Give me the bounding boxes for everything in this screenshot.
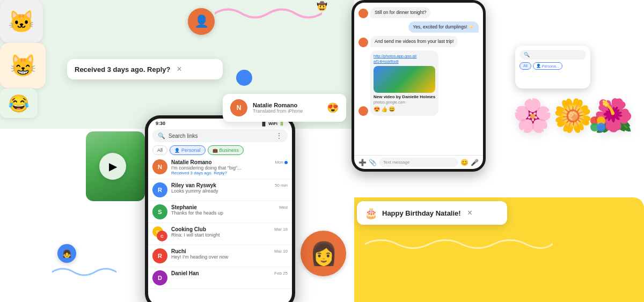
small-tab-personal[interactable]: 👤Persona... (533, 62, 562, 70)
chat-phone: Still on for dinner tonight? Yes, excite… (352, 0, 486, 172)
conv-natalie-highlight: Received 3 days ago. Reply? (171, 171, 288, 175)
conv-stephanie-body: Stephanie Wed Thanks for the heads up (171, 204, 288, 216)
tab-personal[interactable]: 👤Personal (170, 145, 206, 155)
conv-riley-body: Riley van Ryswyk 50 min Looks yummy alre… (171, 182, 288, 194)
conv-cooking-name: Cooking Club (171, 226, 206, 232)
pink-wavy-decoration (215, 5, 322, 24)
conv-natalie[interactable]: N Natalie Romano Mon I'm considering doi… (148, 156, 292, 179)
small-tabs: All 👤Persona... (519, 62, 586, 70)
avatar-natalie: N (152, 159, 167, 174)
emoji-attach-icon[interactable]: 📎 (369, 159, 377, 166)
play-button[interactable]: ▶ (99, 153, 126, 180)
conv-cooking-header: Cooking Club Mar 18 (171, 226, 288, 232)
conv-ruchi-body: Ruchi Mar 10 Hey! I'm heading over now (171, 248, 288, 260)
conv-stephanie-preview: Thanks for the heads up (171, 210, 288, 216)
conv-daniel-body: Daniel Han Feb 25 (171, 270, 288, 276)
google-photos-logo (589, 115, 606, 136)
small-search-bar[interactable]: 🔍 (519, 50, 586, 60)
conv-daniel[interactable]: D Daniel Han Feb 25 (148, 267, 292, 289)
chat-messages: Still on for dinner tonight? Yes, excite… (354, 3, 483, 155)
conv-daniel-name: Daniel Han (171, 270, 199, 276)
conv-daniel-header: Daniel Han Feb 25 (171, 270, 288, 276)
conv-riley-time: 50 min (275, 183, 288, 188)
phone-search-bar[interactable]: 🔍 Search links ⋮ (152, 129, 288, 142)
add-icon[interactable]: ➕ (358, 159, 367, 166)
conversation-list: N Natalie Romano Mon I'm considering doi… (148, 156, 292, 302)
emoji-icon[interactable]: 😊 (460, 159, 469, 166)
conv-stephanie-time: Wed (279, 205, 288, 210)
natalie-card-name: Natalie Romano (253, 102, 321, 108)
svg-point-3 (597, 123, 605, 131)
birthday-toast: 🎂 Happy Birthday Natalie! × (357, 201, 507, 225)
conv-daniel-time: Feb 25 (274, 271, 288, 276)
floating-avatar-natalie: 👤 (188, 8, 215, 35)
conv-natalie-name: Natalie Romano (171, 159, 212, 165)
bubble-link[interactable]: http://photos.app.goo.gl/af14HsskflisdI … (370, 50, 438, 116)
birthday-emoji: 🎂 (364, 207, 378, 219)
tab-business[interactable]: 💼Business (208, 145, 244, 155)
laugh-sticker: 😂 (0, 89, 38, 118)
birthday-wave (365, 236, 553, 254)
msg-4-link: http://photos.app.goo.gl/af14HsskflisdI … (358, 50, 479, 116)
floating-avatar-person: 👩 (301, 231, 346, 276)
birthday-toast-text: Happy Birthday Natalie! (382, 209, 461, 217)
phone-time: 9:30 (156, 121, 165, 126)
messages-phone: 9:30 ▐▌ WiFi 🔋 🔍 Search links ⋮ All 👤Per… (145, 115, 295, 302)
business-icon: 💼 (213, 148, 218, 153)
conv-riley[interactable]: R Riley van Ryswyk 50 min Looks yummy al… (148, 179, 292, 201)
flowers-decoration: 🌸🌼🌺 (513, 97, 633, 135)
conv-cooking-preview: Rina: I will start tonight (171, 232, 288, 238)
msg-1: Still on for dinner tonight? (358, 7, 479, 18)
avatar-cooking-wrapper: C C (152, 226, 167, 241)
cat-hat-sticker: 🐱 🤠 (0, 0, 43, 43)
natalie-card: N Natalie Romano Translated from iPhone … (223, 94, 346, 122)
chat-phone-inner: Still on for dinner tonight? Yes, excite… (354, 3, 483, 169)
search-mini-phone: 🔍 All 👤Persona... (515, 46, 590, 89)
conv-cooking-body: Cooking Club Mar 18 Rina: I will start t… (171, 226, 288, 238)
msg-3: And send me videos from your last trip! (358, 36, 479, 47)
small-tab-all[interactable]: All (519, 62, 531, 70)
mic-icon[interactable]: 🎤 (471, 159, 479, 166)
blue-wavy-decoration (52, 266, 116, 281)
link-url: http://photos.app.goo.gl/af14HsskflisdI (374, 54, 435, 64)
avatar-stephanie: S (152, 204, 167, 219)
cat-joy-sticker: 😸 (0, 43, 46, 89)
avatar-riley: R (152, 182, 167, 197)
reply-toast-close[interactable]: × (177, 64, 181, 74)
tab-all[interactable]: All (152, 145, 167, 155)
conv-stephanie-name: Stephanie (171, 204, 197, 210)
chat-avatar-4 (358, 106, 368, 116)
personal-icon-small: 👤 (536, 64, 541, 68)
search-text: Search links (169, 133, 273, 139)
conv-riley-header: Riley van Ryswyk 50 min (171, 182, 288, 188)
conv-riley-name: Riley van Ryswyk (171, 182, 216, 188)
small-search-icon: 🔍 (524, 52, 530, 57)
conv-ruchi[interactable]: R Ruchi Mar 10 Hey! I'm heading over now (148, 245, 292, 267)
chat-text-input[interactable]: Text message (379, 158, 458, 167)
natalie-card-subtitle: Translated from iPhone (253, 108, 321, 114)
msg-2: Yes, excited for dumplings! 🥟 (358, 21, 479, 33)
natalie-card-avatar: N (230, 99, 247, 116)
avatar-cooking2: C (157, 231, 167, 241)
chat-avatar-3 (358, 38, 368, 47)
personal-icon: 👤 (174, 148, 180, 153)
conv-natalie-body: Natalie Romano Mon I'm considering doing… (171, 159, 288, 175)
bubble-3: And send me videos from your last trip! (370, 36, 458, 47)
reaction-3: 😄 (389, 106, 395, 113)
conv-stephanie-header: Stephanie Wed (171, 204, 288, 210)
conv-natalie-header: Natalie Romano Mon (171, 159, 288, 165)
phone-tabs: All 👤Personal 💼Business (152, 145, 288, 155)
conv-ruchi-preview: Hey! I'm heading over now (171, 254, 288, 260)
conv-riley-preview: Looks yummy already (171, 188, 288, 194)
link-image (374, 66, 435, 93)
conv-cooking[interactable]: C C Cooking Club Mar 18 Rina: I will sta… (148, 223, 292, 245)
reply-toast: Received 3 days ago. Reply? × (67, 59, 223, 79)
natalie-card-emoji: 😍 (327, 102, 339, 114)
conv-cooking-time: Mar 18 (274, 227, 288, 232)
conv-stephanie[interactable]: S Stephanie Wed Thanks for the heads up (148, 201, 292, 223)
more-icon[interactable]: ⋮ (276, 132, 282, 139)
bubble-1: Still on for dinner tonight? (370, 7, 430, 18)
birthday-toast-close[interactable]: × (467, 208, 472, 218)
conv-natalie-preview: I'm considering doing that "big"... (171, 165, 288, 171)
conv-ruchi-header: Ruchi Mar 10 (171, 248, 288, 254)
